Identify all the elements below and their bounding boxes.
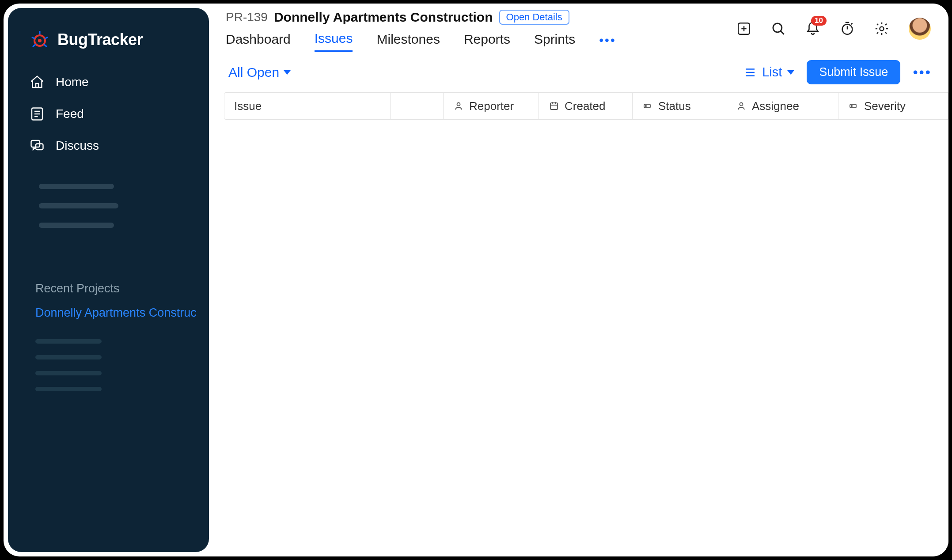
notification-badge: 10 <box>811 16 827 26</box>
main-content: PR-139 Donnelly Apartments Construction … <box>213 4 948 556</box>
project-tabs: Dashboard Issues Milestones Reports Spri… <box>226 25 736 52</box>
sidebar-item-discuss[interactable]: Discuss <box>24 130 193 162</box>
calendar-icon <box>549 101 559 111</box>
tag-icon <box>848 101 859 111</box>
svg-rect-28 <box>550 103 558 110</box>
filter-label: All Open <box>228 65 279 80</box>
project-title-row: PR-139 Donnelly Apartments Construction … <box>226 8 736 25</box>
svg-line-3 <box>45 37 48 39</box>
svg-point-17 <box>773 23 782 32</box>
chevron-down-icon <box>284 70 291 75</box>
col-issue[interactable]: Issue <box>224 93 391 119</box>
sidebar-item-label: Feed <box>56 107 84 121</box>
col-created[interactable]: Created <box>539 93 633 119</box>
tab-sprints[interactable]: Sprints <box>534 32 575 51</box>
tab-reports[interactable]: Reports <box>464 32 510 51</box>
person-icon <box>736 101 747 111</box>
issues-table: Issue Reporter Created Status Assig <box>213 92 948 120</box>
recent-skeleton <box>8 324 209 406</box>
feed-icon <box>29 106 45 122</box>
tag-icon <box>642 101 653 111</box>
discuss-icon <box>29 138 45 154</box>
svg-line-2 <box>32 37 35 39</box>
open-details-button[interactable]: Open Details <box>499 10 569 25</box>
svg-point-34 <box>740 103 743 106</box>
list-icon <box>743 66 757 79</box>
tab-dashboard[interactable]: Dashboard <box>226 32 291 51</box>
sidebar-item-label: Discuss <box>56 139 99 153</box>
col-status[interactable]: Status <box>633 93 726 119</box>
view-mode-label: List <box>762 65 782 79</box>
sidebar-item-home[interactable]: Home <box>24 66 193 98</box>
more-actions-icon[interactable]: ••• <box>913 64 932 80</box>
bell-icon[interactable]: 10 <box>805 21 820 36</box>
bug-icon <box>29 29 50 50</box>
svg-point-6 <box>38 39 42 42</box>
submit-issue-button[interactable]: Submit Issue <box>807 60 900 84</box>
sidebar-nav: Home Feed Discuss <box>8 66 209 162</box>
home-icon <box>29 74 45 90</box>
project-code: PR-139 <box>226 10 268 24</box>
recent-projects-heading: Recent Projects <box>8 242 209 302</box>
filter-dropdown[interactable]: All Open <box>228 65 291 80</box>
svg-point-36 <box>851 106 852 106</box>
project-name: Donnelly Apartments Construction <box>274 10 493 25</box>
tab-milestones[interactable]: Milestones <box>376 32 440 51</box>
timer-icon[interactable] <box>840 21 855 36</box>
col-reporter[interactable]: Reporter <box>444 93 539 119</box>
app-logo[interactable]: BugTracker <box>8 19 209 66</box>
recent-project-item[interactable]: Donnelly Apartments Construc <box>8 302 209 324</box>
col-assignee[interactable]: Assignee <box>726 93 838 119</box>
avatar[interactable] <box>909 18 931 40</box>
sidebar: BugTracker Home Feed <box>8 8 209 552</box>
app-name: BugTracker <box>57 30 143 49</box>
topbar: PR-139 Donnelly Apartments Construction … <box>213 5 948 52</box>
svg-line-22 <box>851 23 853 24</box>
svg-rect-7 <box>36 83 38 87</box>
svg-point-23 <box>880 26 884 30</box>
tab-issues[interactable]: Issues <box>315 31 353 52</box>
svg-point-33 <box>645 106 646 106</box>
add-icon[interactable] <box>736 21 751 36</box>
sidebar-item-feed[interactable]: Feed <box>24 98 193 130</box>
tabs-more-icon[interactable]: ••• <box>599 33 616 50</box>
view-mode-dropdown[interactable]: List <box>743 65 794 79</box>
col-spacer <box>391 93 444 119</box>
sidebar-skeleton <box>8 162 209 228</box>
sidebar-item-label: Home <box>56 75 89 89</box>
search-icon[interactable] <box>771 21 786 36</box>
chevron-down-icon <box>787 70 794 75</box>
table-header: Issue Reporter Created Status Assig <box>224 92 948 120</box>
svg-line-5 <box>44 44 47 47</box>
col-severity[interactable]: Severity <box>838 93 948 119</box>
svg-point-27 <box>457 103 460 106</box>
filter-bar: All Open List Submit Issue ••• <box>213 52 948 92</box>
svg-line-18 <box>781 31 784 34</box>
gear-icon[interactable] <box>874 21 889 36</box>
svg-line-4 <box>33 44 36 47</box>
person-icon <box>453 101 464 111</box>
